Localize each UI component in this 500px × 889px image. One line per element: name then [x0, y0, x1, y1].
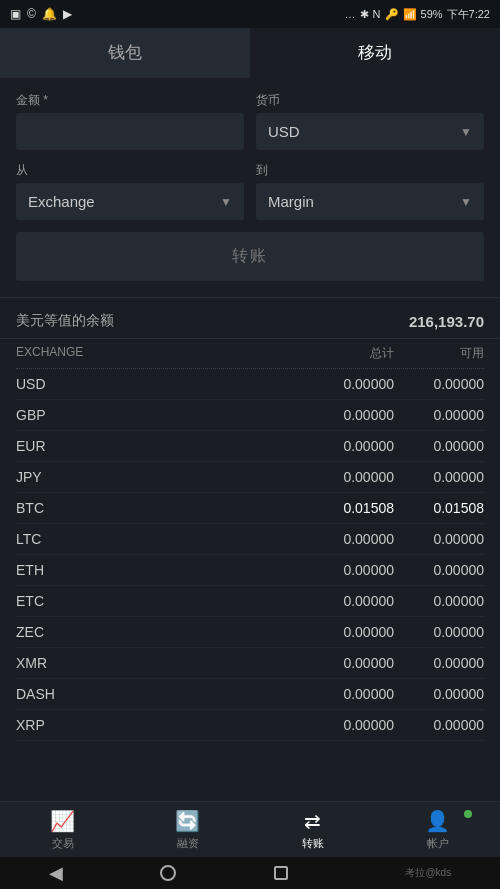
nav-trade[interactable]: 📈 交易	[0, 802, 125, 857]
transfer-icon: ⇄	[304, 809, 321, 833]
coin-total: 0.00000	[304, 686, 394, 702]
table-row: DASH 0.00000 0.00000	[16, 679, 484, 710]
tab-move[interactable]: 移动	[250, 28, 500, 78]
coin-available: 0.00000	[394, 407, 484, 423]
form-area: 金额 * 货币 USD ▼ 从 Exchange ▼ 到 Margin ▼	[0, 78, 500, 297]
form-row-1: 金额 * 货币 USD ▼	[16, 92, 484, 150]
coin-total: 0.00000	[304, 531, 394, 547]
table-row: BTC 0.01508 0.01508	[16, 493, 484, 524]
coin-name: DASH	[16, 686, 304, 702]
balance-section: 美元等值的余额 216,193.70	[0, 298, 500, 338]
status-icon-1: ▣	[10, 7, 21, 21]
nav-funding[interactable]: 🔄 融资	[125, 802, 250, 857]
coin-available: 0.00000	[394, 562, 484, 578]
coin-name: JPY	[16, 469, 304, 485]
coin-available: 0.00000	[394, 624, 484, 640]
exchange-rows: USD 0.00000 0.00000 GBP 0.00000 0.00000 …	[16, 369, 484, 741]
tab-bar: 钱包 移动	[0, 28, 500, 78]
back-button[interactable]: ◀	[49, 862, 63, 884]
status-icon-4: ▶	[63, 7, 72, 21]
table-row: ETH 0.00000 0.00000	[16, 555, 484, 586]
battery-text: 59%	[421, 8, 443, 20]
amount-input[interactable]	[16, 113, 244, 150]
time-display: 下午7:22	[447, 7, 490, 22]
to-value: Margin	[268, 193, 314, 210]
coin-total: 0.00000	[304, 438, 394, 454]
coin-available: 0.00000	[394, 469, 484, 485]
to-label: 到	[256, 162, 484, 179]
coin-total: 0.00000	[304, 593, 394, 609]
exchange-header: EXCHANGE 总计 可用	[16, 339, 484, 369]
transfer-label: 转账	[302, 836, 324, 851]
to-select[interactable]: Margin ▼	[256, 183, 484, 220]
to-group: 到 Margin ▼	[256, 162, 484, 220]
coin-name: GBP	[16, 407, 304, 423]
status-icon-2: ©	[27, 7, 36, 21]
to-arrow-icon: ▼	[460, 195, 472, 209]
status-right-info: … ✱ N 🔑 📶 59% 下午7:22	[345, 7, 490, 22]
table-row: GBP 0.00000 0.00000	[16, 400, 484, 431]
coin-available: 0.00000	[394, 376, 484, 392]
coin-name: BTC	[16, 500, 304, 516]
table-row: EUR 0.00000 0.00000	[16, 431, 484, 462]
amount-label: 金额 *	[16, 92, 244, 109]
transfer-btn-row: 转账	[16, 232, 484, 281]
coin-available: 0.00000	[394, 655, 484, 671]
trade-icon: 📈	[50, 809, 75, 833]
coin-name: ZEC	[16, 624, 304, 640]
bottom-nav: 📈 交易 🔄 融资 ⇄ 转账 👤 帐户	[0, 801, 500, 857]
coin-name: XMR	[16, 655, 304, 671]
coin-available: 0.00000	[394, 531, 484, 547]
recents-button[interactable]	[274, 866, 288, 880]
account-icon: 👤	[425, 809, 450, 833]
coin-total: 0.00000	[304, 469, 394, 485]
account-online-dot	[464, 810, 472, 818]
account-label: 帐户	[427, 836, 449, 851]
coin-available: 0.00000	[394, 717, 484, 733]
coin-total: 0.00000	[304, 717, 394, 733]
transfer-button[interactable]: 转账	[16, 232, 484, 281]
amount-group: 金额 *	[16, 92, 244, 150]
coin-available: 0.00000	[394, 593, 484, 609]
nav-account[interactable]: 👤 帐户	[375, 802, 500, 857]
status-bar: ▣ © 🔔 ▶ … ✱ N 🔑 📶 59% 下午7:22	[0, 0, 500, 28]
currency-label: 货币	[256, 92, 484, 109]
coin-name: XRP	[16, 717, 304, 733]
status-icon-3: 🔔	[42, 7, 57, 21]
currency-select[interactable]: USD ▼	[256, 113, 484, 150]
tab-wallet[interactable]: 钱包	[0, 28, 250, 78]
status-left-icons: ▣ © 🔔 ▶	[10, 7, 72, 21]
from-label: 从	[16, 162, 244, 179]
nfc-icon: N	[373, 8, 381, 20]
balance-label: 美元等值的余额	[16, 312, 114, 330]
home-button[interactable]	[160, 865, 176, 881]
key-icon: 🔑	[385, 8, 399, 21]
signal-icon: 📶	[403, 8, 417, 21]
currency-group: 货币 USD ▼	[256, 92, 484, 150]
nav-transfer[interactable]: ⇄ 转账	[250, 802, 375, 857]
coin-available: 0.00000	[394, 686, 484, 702]
status-dots: …	[345, 8, 356, 20]
balance-value: 216,193.70	[409, 313, 484, 330]
currency-arrow-icon: ▼	[460, 125, 472, 139]
exchange-section: EXCHANGE 总计 可用 USD 0.00000 0.00000 GBP 0…	[0, 339, 500, 741]
col-available-header: 可用	[394, 345, 484, 362]
currency-value: USD	[268, 123, 300, 140]
coin-total: 0.00000	[304, 376, 394, 392]
from-group: 从 Exchange ▼	[16, 162, 244, 220]
from-select[interactable]: Exchange ▼	[16, 183, 244, 220]
table-row: ETC 0.00000 0.00000	[16, 586, 484, 617]
coin-total: 0.00000	[304, 562, 394, 578]
table-row: USD 0.00000 0.00000	[16, 369, 484, 400]
funding-icon: 🔄	[175, 809, 200, 833]
table-row: ZEC 0.00000 0.00000	[16, 617, 484, 648]
coin-name: ETC	[16, 593, 304, 609]
watermark-text: 考拉@kds	[405, 866, 451, 880]
coin-total: 0.01508	[304, 500, 394, 516]
form-row-2: 从 Exchange ▼ 到 Margin ▼	[16, 162, 484, 220]
bluetooth-icon: ✱	[360, 8, 369, 21]
table-row: LTC 0.00000 0.00000	[16, 524, 484, 555]
coin-name: EUR	[16, 438, 304, 454]
table-row: JPY 0.00000 0.00000	[16, 462, 484, 493]
coin-total: 0.00000	[304, 407, 394, 423]
